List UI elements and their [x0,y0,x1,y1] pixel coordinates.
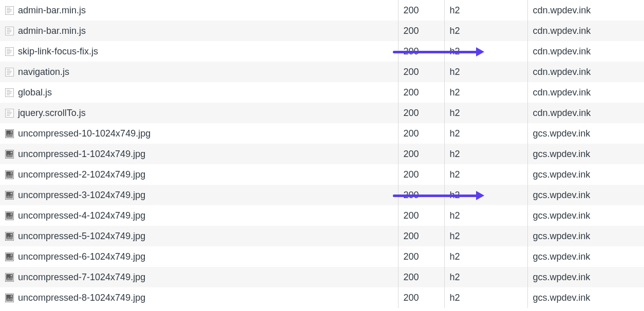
cell-domain: cdn.wpdev.ink [527,103,644,123]
file-name: uncompressed-3-1024x749.jpg [18,190,145,200]
cell-name[interactable]: uncompressed-4-1024x749.jpg [0,205,398,226]
file-name: uncompressed-1-1024x749.jpg [18,149,145,159]
cell-name[interactable]: uncompressed-8-1024x749.jpg [0,287,398,308]
script-file-icon [5,47,14,56]
table-row[interactable]: uncompressed-4-1024x749.jpg200h2gcs.wpde… [0,205,644,226]
table-row[interactable]: skip-link-focus-fix.js200h2cdn.wpdev.ink [0,41,644,62]
cell-domain: gcs.wpdev.ink [527,123,644,144]
image-file-icon [5,252,14,261]
script-file-icon [5,6,14,15]
network-table: admin-bar.min.js200h2cdn.wpdev.inkadmin-… [0,0,644,308]
cell-protocol: h2 [444,82,527,103]
script-file-icon [5,27,14,35]
table-row[interactable]: jquery.scrollTo.js200h2cdn.wpdev.ink [0,103,644,123]
cell-name[interactable]: navigation.js [0,62,398,82]
table-row[interactable]: admin-bar.min.js200h2cdn.wpdev.ink [0,21,644,41]
file-name: navigation.js [18,67,69,77]
image-file-icon [5,150,14,159]
cell-protocol: h2 [444,144,527,164]
cell-status: 200 [398,82,444,103]
image-file-icon [5,211,14,220]
cell-domain: gcs.wpdev.ink [527,287,644,308]
cell-name[interactable]: jquery.scrollTo.js [0,103,398,123]
cell-domain: gcs.wpdev.ink [527,246,644,267]
cell-status: 200 [398,103,444,123]
cell-status: 200 [398,62,444,82]
image-file-icon [5,191,14,200]
cell-protocol: h2 [444,267,527,287]
cell-protocol: h2 [444,164,527,185]
cell-protocol: h2 [444,205,527,226]
file-name: uncompressed-5-1024x749.jpg [18,231,145,241]
cell-name[interactable]: uncompressed-1-1024x749.jpg [0,144,398,164]
file-name: global.js [18,87,52,98]
cell-name[interactable]: uncompressed-10-1024x749.jpg [0,123,398,144]
cell-domain: cdn.wpdev.ink [527,62,644,82]
cell-protocol: h2 [444,287,527,308]
file-name: uncompressed-6-1024x749.jpg [18,251,145,262]
cell-status: 200 [398,0,444,21]
cell-protocol: h2 [444,41,527,62]
cell-status: 200 [398,246,444,267]
cell-status: 200 [398,41,444,62]
table-row[interactable]: uncompressed-6-1024x749.jpg200h2gcs.wpde… [0,246,644,267]
cell-status: 200 [398,226,444,246]
script-file-icon [5,68,14,76]
file-name: uncompressed-7-1024x749.jpg [18,272,145,282]
image-file-icon [5,170,14,179]
cell-domain: gcs.wpdev.ink [527,205,644,226]
script-file-icon [5,88,14,97]
file-name: admin-bar.min.js [18,5,86,15]
cell-domain: gcs.wpdev.ink [527,164,644,185]
cell-name[interactable]: admin-bar.min.js [0,21,398,41]
file-name: uncompressed-10-1024x749.jpg [18,128,150,139]
cell-name[interactable]: admin-bar.min.js [0,0,398,21]
cell-name[interactable]: uncompressed-2-1024x749.jpg [0,164,398,185]
table-row[interactable]: uncompressed-10-1024x749.jpg200h2gcs.wpd… [0,123,644,144]
table-row[interactable]: uncompressed-2-1024x749.jpg200h2gcs.wpde… [0,164,644,185]
image-file-icon [5,273,14,282]
cell-protocol: h2 [444,226,527,246]
table-row[interactable]: uncompressed-1-1024x749.jpg200h2gcs.wpde… [0,144,644,164]
image-file-icon [5,294,14,302]
cell-status: 200 [398,21,444,41]
table-row[interactable]: uncompressed-7-1024x749.jpg200h2gcs.wpde… [0,267,644,287]
cell-status: 200 [398,164,444,185]
cell-name[interactable]: uncompressed-7-1024x749.jpg [0,267,398,287]
file-name: admin-bar.min.js [18,26,86,36]
cell-domain: gcs.wpdev.ink [527,226,644,246]
cell-protocol: h2 [444,246,527,267]
cell-name[interactable]: global.js [0,82,398,103]
cell-domain: gcs.wpdev.ink [527,144,644,164]
cell-status: 200 [398,144,444,164]
table-row[interactable]: uncompressed-8-1024x749.jpg200h2gcs.wpde… [0,287,644,308]
table-row[interactable]: navigation.js200h2cdn.wpdev.ink [0,62,644,82]
cell-domain: cdn.wpdev.ink [527,21,644,41]
cell-status: 200 [398,205,444,226]
network-panel: admin-bar.min.js200h2cdn.wpdev.inkadmin-… [0,0,644,308]
file-name: uncompressed-8-1024x749.jpg [18,293,145,303]
image-file-icon [5,129,14,138]
table-row[interactable]: uncompressed-3-1024x749.jpg200h2gcs.wpde… [0,185,644,205]
cell-name[interactable]: uncompressed-5-1024x749.jpg [0,226,398,246]
cell-domain: cdn.wpdev.ink [527,41,644,62]
cell-protocol: h2 [444,62,527,82]
file-name: skip-link-focus-fix.js [18,46,98,56]
cell-domain: cdn.wpdev.ink [527,0,644,21]
image-file-icon [5,232,14,241]
cell-status: 200 [398,267,444,287]
cell-domain: gcs.wpdev.ink [527,267,644,287]
table-row[interactable]: uncompressed-5-1024x749.jpg200h2gcs.wpde… [0,226,644,246]
file-name: uncompressed-2-1024x749.jpg [18,169,145,180]
cell-name[interactable]: skip-link-focus-fix.js [0,41,398,62]
cell-name[interactable]: uncompressed-3-1024x749.jpg [0,185,398,205]
cell-name[interactable]: uncompressed-6-1024x749.jpg [0,246,398,267]
cell-status: 200 [398,123,444,144]
table-row[interactable]: admin-bar.min.js200h2cdn.wpdev.ink [0,0,644,21]
table-row[interactable]: global.js200h2cdn.wpdev.ink [0,82,644,103]
cell-protocol: h2 [444,21,527,41]
cell-domain: gcs.wpdev.ink [527,185,644,205]
cell-protocol: h2 [444,103,527,123]
cell-protocol: h2 [444,123,527,144]
file-name: jquery.scrollTo.js [18,108,86,118]
